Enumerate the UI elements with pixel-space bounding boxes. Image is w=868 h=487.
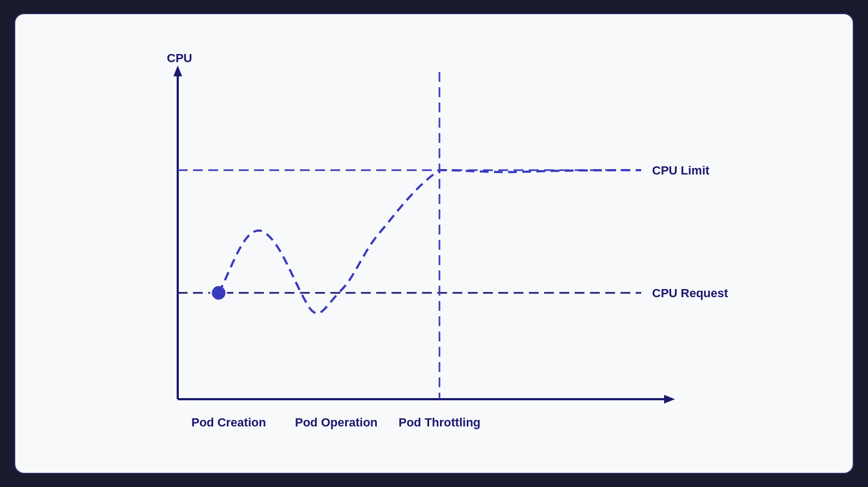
svg-marker-1 bbox=[173, 65, 182, 76]
chart-svg: CPU CPU Limit CPU Request Pod Creation bbox=[52, 39, 816, 448]
x-label-pod-operation: Pod Operation bbox=[295, 416, 378, 429]
cpu-usage-line bbox=[219, 170, 641, 313]
chart-card: CPU CPU Limit CPU Request Pod Creation bbox=[14, 13, 854, 474]
cpu-limit-label: CPU Limit bbox=[652, 164, 710, 177]
x-label-pod-creation: Pod Creation bbox=[191, 416, 266, 429]
svg-marker-3 bbox=[664, 395, 675, 404]
y-axis-label: CPU bbox=[167, 51, 192, 65]
cpu-request-label: CPU Request bbox=[652, 286, 728, 300]
x-label-pod-throttling: Pod Throttling bbox=[399, 416, 480, 429]
chart-container: CPU CPU Limit CPU Request Pod Creation bbox=[52, 39, 816, 448]
